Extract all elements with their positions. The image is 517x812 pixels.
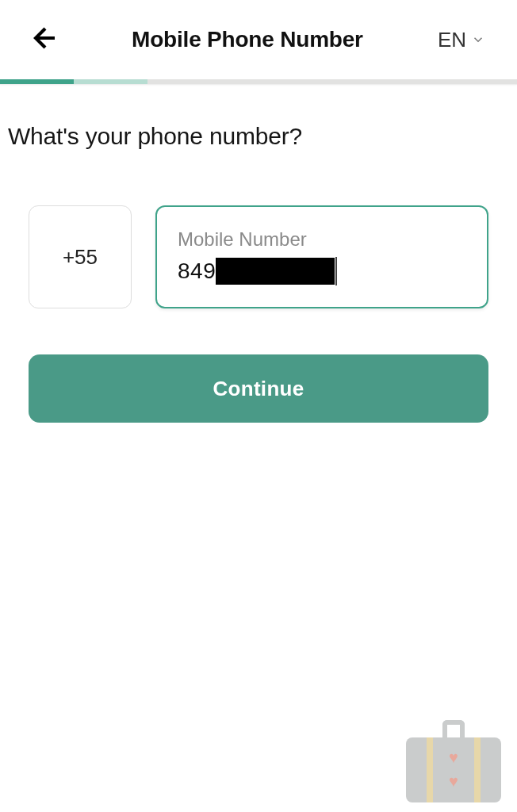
language-label: EN [438, 28, 466, 52]
page-title: Mobile Phone Number [132, 27, 363, 52]
progress-segment-inactive [147, 79, 221, 84]
heading: What's your phone number? [8, 123, 488, 150]
progress-segment-active [0, 79, 74, 84]
chevron-down-icon [471, 28, 485, 52]
country-code-selector[interactable]: +55 [29, 205, 132, 308]
back-arrow-icon[interactable] [29, 24, 57, 56]
progress-segment-partial [74, 79, 147, 84]
progress-bar [0, 79, 517, 84]
text-cursor [335, 257, 337, 285]
mobile-number-label: Mobile Number [178, 228, 466, 251]
progress-segment-inactive [221, 79, 295, 84]
language-selector[interactable]: EN [438, 28, 485, 52]
mobile-number-value: 849 [178, 259, 216, 284]
country-code-value: +55 [63, 245, 98, 270]
continue-button[interactable]: Continue [29, 354, 488, 423]
mobile-number-input[interactable]: Mobile Number 849 [155, 205, 488, 308]
progress-segment-inactive [370, 79, 443, 84]
progress-segment-inactive [296, 79, 370, 84]
suitcase-icon: ♥ ♥ [406, 715, 501, 802]
redacted-block [216, 258, 335, 285]
progress-segment-inactive [443, 79, 517, 84]
